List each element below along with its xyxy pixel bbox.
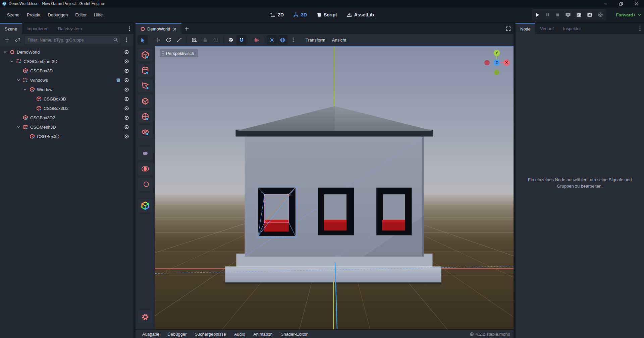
tree-row[interactable]: CSGBox3D2 bbox=[0, 104, 133, 113]
csg-tool-button[interactable] bbox=[138, 110, 153, 123]
visibility-eye-icon[interactable] bbox=[123, 123, 130, 131]
tree-row[interactable]: Windows bbox=[0, 75, 133, 85]
scene-filter-input[interactable] bbox=[24, 36, 120, 44]
playback-button[interactable] bbox=[535, 12, 540, 17]
bottom-panel-tab[interactable]: Debugger bbox=[164, 331, 190, 338]
tree-row[interactable]: CSGMesh3D bbox=[0, 122, 133, 132]
camera-override-button[interactable] bbox=[252, 35, 262, 45]
bottom-panel-tab[interactable]: Animation bbox=[250, 331, 276, 338]
list-select-button[interactable] bbox=[189, 35, 199, 45]
bottom-panel-tab[interactable]: Audio bbox=[231, 331, 249, 338]
visibility-eye-icon[interactable] bbox=[123, 133, 130, 140]
tree-row[interactable]: CSGBox3D bbox=[0, 66, 133, 75]
dock-tab[interactable]: Verlauf bbox=[535, 23, 558, 34]
environment-preview-button[interactable] bbox=[277, 35, 287, 45]
dock-tab[interactable]: Node bbox=[516, 23, 535, 34]
csg-tool-button[interactable] bbox=[138, 162, 153, 175]
workspace-tab[interactable]: Script bbox=[316, 12, 337, 17]
sun-env-menu-button[interactable] bbox=[288, 35, 298, 45]
restore-button[interactable] bbox=[613, 0, 629, 7]
minimize-button[interactable] bbox=[598, 0, 613, 7]
tree-row[interactable]: DemoWorld bbox=[0, 47, 133, 57]
visibility-eye-icon[interactable] bbox=[123, 86, 130, 93]
playback-button[interactable] bbox=[587, 12, 592, 17]
chevron-down-icon[interactable] bbox=[3, 50, 7, 54]
tree-row[interactable]: CSGBox3D bbox=[0, 132, 133, 141]
select-tool-button[interactable] bbox=[138, 35, 148, 45]
csg-tool-button[interactable] bbox=[138, 178, 153, 191]
visibility-eye-icon[interactable] bbox=[123, 114, 130, 121]
chevron-down-icon[interactable] bbox=[16, 78, 21, 82]
dock-menu-button[interactable] bbox=[125, 23, 133, 34]
snap-toggle-button[interactable] bbox=[236, 35, 247, 45]
menu-item[interactable]: Szene bbox=[3, 11, 23, 19]
3d-scene[interactable] bbox=[155, 47, 514, 329]
bottom-panel-tab[interactable]: Shader-Editor bbox=[277, 331, 311, 338]
dock-tab[interactable]: Dateisystem bbox=[53, 23, 87, 34]
chevron-down-icon[interactable] bbox=[9, 59, 14, 64]
visibility-eye-icon[interactable] bbox=[123, 48, 130, 56]
menu-item[interactable]: Hilfe bbox=[90, 11, 106, 19]
axis-gizmo[interactable]: Y X Z bbox=[481, 47, 512, 78]
tree-row[interactable]: CSGBox3D2 bbox=[0, 113, 133, 122]
playback-button[interactable] bbox=[565, 12, 571, 17]
csg-tool-button[interactable] bbox=[138, 79, 153, 92]
csg-tool-button[interactable] bbox=[138, 147, 153, 160]
close-icon bbox=[635, 2, 638, 6]
dock-menu-button[interactable] bbox=[636, 23, 644, 34]
dock-tab[interactable]: Importieren bbox=[22, 23, 53, 34]
bottom-panel-tab[interactable]: Suchergebnisse bbox=[191, 331, 229, 338]
viewport-3d-render[interactable]: Perspektivisch Y X Z bbox=[155, 46, 514, 329]
menu-item[interactable]: Editor bbox=[71, 11, 90, 19]
lock-button[interactable] bbox=[200, 35, 210, 45]
visibility-eye-icon[interactable] bbox=[123, 95, 130, 103]
move-tool-button[interactable] bbox=[153, 35, 163, 45]
script-icon[interactable] bbox=[115, 77, 121, 83]
visibility-eye-icon[interactable] bbox=[123, 76, 130, 84]
menu-item[interactable]: Projekt bbox=[23, 11, 44, 19]
chevron-down-icon[interactable] bbox=[23, 87, 28, 92]
tree-row[interactable]: CSGCombiner3D bbox=[0, 57, 133, 66]
csg-tool-button[interactable] bbox=[138, 126, 153, 138]
dock-tab[interactable]: Inspektor bbox=[558, 23, 586, 34]
playback-button[interactable] bbox=[555, 13, 560, 17]
sun-preview-button[interactable] bbox=[267, 35, 277, 45]
rotate-tool-button[interactable] bbox=[163, 35, 173, 45]
perspective-menu[interactable]: Perspektivisch bbox=[160, 49, 198, 57]
scale-tool-button[interactable] bbox=[174, 35, 184, 45]
chevron-down-icon[interactable] bbox=[16, 125, 21, 129]
viewport-menu[interactable]: Transform bbox=[302, 35, 329, 45]
visibility-eye-icon[interactable] bbox=[123, 105, 130, 112]
visibility-eye-icon[interactable] bbox=[123, 67, 130, 74]
csg-tool-button[interactable] bbox=[138, 49, 153, 61]
playback-button[interactable] bbox=[576, 12, 582, 17]
tree-row[interactable]: CSGBox3D bbox=[0, 94, 133, 104]
playback-button[interactable] bbox=[598, 12, 603, 17]
instance-scene-button[interactable] bbox=[13, 36, 22, 44]
csg-tool-button[interactable] bbox=[138, 64, 153, 77]
window-title: DemoWorld.tscn - New Game Project - Godo… bbox=[9, 1, 104, 6]
visibility-eye-icon[interactable] bbox=[123, 58, 130, 65]
tree-row[interactable]: Window bbox=[0, 85, 133, 94]
distraction-free-button[interactable] bbox=[503, 23, 514, 34]
renderer-selector[interactable]: Forward+ bbox=[616, 9, 641, 20]
workspace-tab[interactable]: AssetLib bbox=[346, 12, 374, 17]
csg-settings-button[interactable] bbox=[138, 311, 153, 323]
scene-tab-demoworld[interactable]: DemoWorld bbox=[136, 23, 181, 34]
scene-tree-menu-button[interactable] bbox=[122, 36, 131, 44]
workspace-tab[interactable]: 3D bbox=[293, 12, 307, 17]
close-button[interactable] bbox=[629, 0, 644, 7]
playback-button[interactable] bbox=[545, 12, 550, 17]
bottom-panel-tab[interactable]: Ausgabe bbox=[139, 331, 163, 338]
menu-item[interactable]: Debuggen bbox=[44, 11, 71, 19]
group-button[interactable] bbox=[211, 35, 221, 45]
csg-tool-button[interactable] bbox=[138, 95, 153, 108]
viewport-menu[interactable]: Ansicht bbox=[329, 35, 350, 45]
dock-tab[interactable]: Szene bbox=[0, 23, 22, 34]
new-scene-tab-button[interactable] bbox=[181, 23, 192, 34]
add-node-button[interactable] bbox=[3, 36, 11, 44]
csg-tool-button[interactable] bbox=[138, 199, 153, 212]
tab-close-icon[interactable] bbox=[173, 27, 177, 31]
local-space-button[interactable] bbox=[226, 35, 236, 45]
workspace-tab[interactable]: 2D bbox=[270, 12, 284, 17]
